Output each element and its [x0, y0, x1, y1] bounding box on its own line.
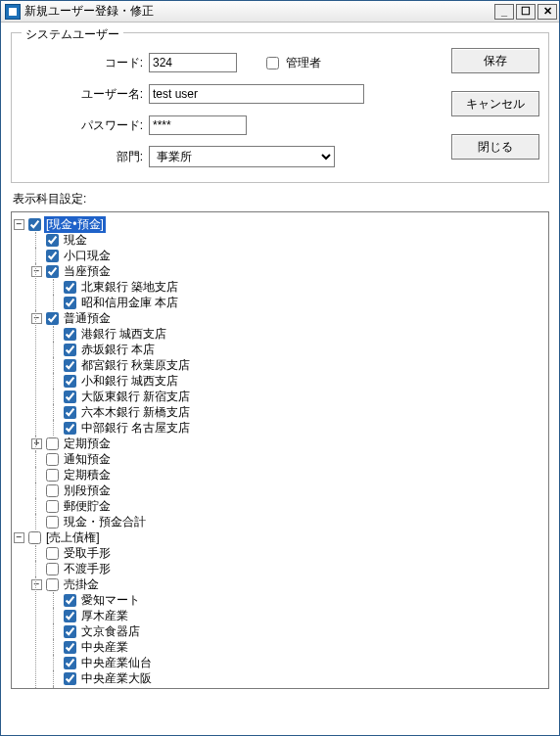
tree-checkbox[interactable]: [64, 406, 76, 419]
tree-label[interactable]: 現金: [62, 232, 89, 249]
tree-checkbox[interactable]: [64, 359, 76, 372]
tree-node-petty_cash[interactable]: 小口現金: [31, 248, 546, 263]
department-select[interactable]: 事業所: [149, 146, 335, 167]
tree-node-dishonored[interactable]: 不渡手形: [31, 561, 546, 576]
tree-node-postal[interactable]: 郵便貯金: [31, 498, 546, 514]
tree-label[interactable]: 普通預金: [62, 310, 113, 327]
tree-label[interactable]: 昭和信用金庫 本店: [79, 295, 180, 311]
tree-checkbox[interactable]: [46, 250, 59, 262]
tree-node-time_dep[interactable]: +定期預金: [31, 436, 546, 451]
admin-checkbox[interactable]: [266, 57, 279, 69]
account-tree[interactable]: −[現金•預金]現金小口現金−当座預金北東銀行 築地支店昭和信用金庫 本店−普通…: [11, 211, 549, 689]
tree-node-chubu[interactable]: 中部銀行 名古屋支店: [49, 420, 546, 436]
tree-checkbox[interactable]: [46, 578, 59, 591]
collapse-icon[interactable]: −: [14, 219, 24, 230]
tree-checkbox[interactable]: [64, 297, 76, 309]
tree-checkbox[interactable]: [64, 625, 76, 638]
tree-node-notice_dep[interactable]: 通知預金: [31, 451, 546, 467]
tree-checkbox[interactable]: [28, 531, 41, 544]
expand-icon[interactable]: +: [31, 438, 42, 449]
tree-label[interactable]: 定期積金: [62, 467, 113, 483]
tree-node-acct_recv[interactable]: −売掛金: [31, 576, 546, 592]
tree-node-kowa[interactable]: 小和銀行 城西支店: [49, 373, 546, 389]
tree-label[interactable]: 文京食器店: [79, 623, 142, 640]
tree-node-akasaka[interactable]: 赤坂銀行 本店: [49, 342, 546, 357]
tree-label[interactable]: 六本木銀行 新橋支店: [79, 404, 192, 421]
tree-checkbox[interactable]: [64, 281, 76, 294]
tree-label[interactable]: 不渡手形: [62, 561, 113, 577]
code-input[interactable]: [149, 53, 237, 72]
tree-node-minato[interactable]: 港銀行 城西支店: [49, 326, 546, 342]
maximize-button[interactable]: ☐: [516, 4, 536, 20]
tree-label[interactable]: 郵便貯金: [62, 498, 113, 515]
admin-checkbox-label[interactable]: 管理者: [262, 54, 321, 72]
tree-checkbox[interactable]: [46, 484, 59, 497]
save-button[interactable]: 保存: [451, 48, 539, 73]
tree-label[interactable]: 北東銀行 築地支店: [79, 279, 180, 296]
tree-label[interactable]: [売上債権]: [44, 529, 102, 546]
tree-checkbox[interactable]: [64, 328, 76, 341]
tree-checkbox[interactable]: [46, 453, 59, 466]
tree-checkbox[interactable]: [64, 672, 76, 685]
tree-label[interactable]: 通知預金: [62, 451, 113, 468]
tree-node-checking[interactable]: −当座預金: [31, 263, 546, 279]
tree-node-receivables[interactable]: −[売上債権]: [14, 529, 546, 545]
close-window-button[interactable]: ✕: [537, 4, 557, 20]
tree-checkbox[interactable]: [46, 547, 59, 560]
tree-checkbox[interactable]: [64, 657, 76, 669]
tree-node-tomiya[interactable]: 都宮銀行 秋葉原支店: [49, 357, 546, 373]
tree-node-showa[interactable]: 昭和信用金庫 本店: [49, 295, 546, 310]
tree-node-chuo[interactable]: 中央産業: [49, 639, 546, 655]
cancel-button[interactable]: キャンセル: [451, 91, 539, 116]
tree-label[interactable]: 売掛金: [62, 576, 101, 593]
close-button[interactable]: 閉じる: [451, 134, 539, 160]
collapse-icon[interactable]: −: [31, 579, 42, 590]
tree-node-hokuto[interactable]: 北東銀行 築地支店: [49, 279, 546, 295]
tree-label[interactable]: 厚木産業: [79, 608, 130, 624]
tree-label[interactable]: 中央産業大阪: [79, 670, 154, 687]
tree-label[interactable]: [現金•預金]: [44, 216, 106, 233]
collapse-icon[interactable]: −: [31, 313, 42, 324]
tree-label[interactable]: 愛知マート: [79, 592, 142, 609]
tree-label[interactable]: 赤坂銀行 本店: [79, 342, 157, 358]
tree-checkbox[interactable]: [64, 610, 76, 622]
tree-label[interactable]: 都宮銀行 秋葉原支店: [79, 357, 192, 374]
tree-checkbox[interactable]: [46, 312, 59, 325]
tree-label[interactable]: 小口現金: [62, 248, 113, 264]
tree-checkbox[interactable]: [64, 344, 76, 356]
tree-checkbox[interactable]: [28, 218, 41, 231]
tree-checkbox[interactable]: [46, 234, 59, 247]
collapse-icon[interactable]: −: [14, 532, 24, 543]
tree-label[interactable]: 大阪東銀行 新宿支店: [79, 389, 192, 405]
tree-checkbox[interactable]: [46, 500, 59, 513]
tree-node-roppongi[interactable]: 六本木銀行 新橋支店: [49, 404, 546, 420]
tree-checkbox[interactable]: [46, 265, 59, 278]
tree-node-notes_recv[interactable]: 受取手形: [31, 545, 546, 561]
tree-checkbox[interactable]: [46, 563, 59, 575]
tree-checkbox[interactable]: [64, 641, 76, 654]
tree-node-chuo_osaka[interactable]: 中央産業大阪: [49, 670, 546, 686]
tree-node-sep_dep[interactable]: 別段預金: [31, 483, 546, 498]
tree-node-cash_group[interactable]: −[現金•預金]: [14, 216, 546, 232]
tree-label[interactable]: 中部銀行 名古屋支店: [79, 420, 192, 437]
tree-label[interactable]: 受取手形: [62, 545, 113, 562]
tree-node-echigoya[interactable]: 越後屋百貨店: [49, 686, 546, 689]
tree-node-bunkyo[interactable]: 文京食器店: [49, 623, 546, 639]
collapse-icon[interactable]: −: [31, 266, 42, 277]
tree-node-savings[interactable]: −普通預金: [31, 310, 546, 326]
tree-checkbox[interactable]: [64, 391, 76, 403]
tree-label[interactable]: 現金・預金合計: [62, 514, 148, 530]
tree-checkbox[interactable]: [64, 422, 76, 435]
tree-label[interactable]: 定期預金: [62, 436, 113, 452]
tree-label[interactable]: 越後屋百貨店: [79, 686, 154, 690]
tree-checkbox[interactable]: [64, 688, 76, 690]
tree-node-osakato[interactable]: 大阪東銀行 新宿支店: [49, 389, 546, 404]
tree-node-cash[interactable]: 現金: [31, 232, 546, 248]
tree-node-fixed_dep[interactable]: 定期積金: [31, 467, 546, 483]
tree-node-chuo_sendai[interactable]: 中央産業仙台: [49, 655, 546, 670]
tree-checkbox[interactable]: [46, 469, 59, 482]
minimize-button[interactable]: _: [494, 4, 514, 20]
tree-checkbox[interactable]: [46, 516, 59, 529]
tree-label[interactable]: 当座預金: [62, 263, 113, 280]
tree-checkbox[interactable]: [46, 437, 59, 450]
